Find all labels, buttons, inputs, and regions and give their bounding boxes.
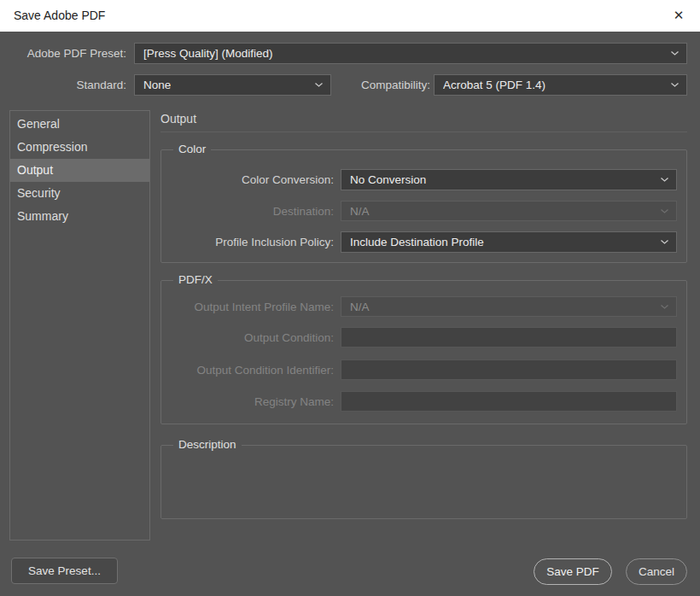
adobe-pdf-preset-label: Adobe PDF Preset: [0, 43, 126, 64]
registry-name-label: Registry Name: [120, 391, 334, 412]
dialog-title: Save Adobe PDF [14, 0, 105, 32]
chevron-down-icon [670, 82, 680, 88]
heading-separator [160, 131, 687, 132]
profile-inclusion-policy-label: Profile Inclusion Policy: [120, 231, 334, 253]
chevron-down-icon [660, 239, 669, 245]
standard-value: None [143, 79, 171, 91]
destination-select: N/A [341, 201, 677, 221]
description-content [161, 452, 686, 459]
standard-label: Standard: [0, 74, 126, 96]
output-condition-identifier-input [341, 359, 677, 380]
standard-select[interactable]: None [134, 74, 331, 96]
chevron-down-icon [314, 82, 324, 88]
save-preset-button[interactable]: Save Preset... [11, 558, 118, 584]
color-group-legend: Color [173, 143, 211, 156]
adobe-pdf-preset-value: [Press Quality] (Modified) [143, 47, 273, 60]
output-condition-label: Output Condition: [120, 327, 334, 348]
description-group-legend: Description [173, 438, 242, 452]
color-conversion-select[interactable]: No Conversion [341, 169, 677, 190]
output-intent-profile-name-label: Output Intent Profile Name: [120, 296, 334, 318]
registry-name-input [341, 391, 677, 412]
save-pdf-button[interactable]: Save PDF [534, 558, 612, 585]
compatibility-select[interactable]: Acrobat 5 (PDF 1.4) [434, 74, 687, 96]
close-icon[interactable]: ✕ [664, 0, 693, 32]
output-intent-profile-name-select: N/A [341, 296, 677, 317]
chevron-down-icon [670, 50, 680, 56]
profile-inclusion-policy-value: Include Destination Profile [350, 236, 484, 248]
output-condition-input [341, 327, 677, 348]
output-intent-profile-name-value: N/A [350, 301, 370, 313]
sidebar-item-compression[interactable]: Compression [10, 136, 149, 159]
chevron-down-icon [660, 177, 669, 183]
cancel-button[interactable]: Cancel [626, 558, 687, 585]
color-conversion-label: Color Conversion: [120, 169, 334, 190]
panel-heading: Output [160, 110, 196, 127]
chevron-down-icon [660, 208, 669, 214]
compatibility-value: Acrobat 5 (PDF 1.4) [443, 79, 545, 91]
adobe-pdf-preset-select[interactable]: [Press Quality] (Modified) [134, 43, 687, 64]
pdfx-group-legend: PDF/X [173, 273, 218, 287]
chevron-down-icon [660, 304, 669, 310]
save-adobe-pdf-dialog: { "dialog": { "title": "Save Adobe PDF" … [0, 0, 700, 596]
compatibility-label: Compatibility: [340, 74, 430, 96]
description-group: Description [160, 438, 687, 519]
destination-value: N/A [350, 205, 370, 218]
output-condition-identifier-label: Output Condition Identifier: [120, 359, 334, 381]
destination-label: Destination: [120, 201, 334, 222]
color-conversion-value: No Conversion [350, 173, 426, 186]
profile-inclusion-policy-select[interactable]: Include Destination Profile [341, 231, 677, 253]
titlebar: Save Adobe PDF ✕ [0, 0, 700, 32]
sidebar-item-general[interactable]: General [10, 113, 149, 136]
